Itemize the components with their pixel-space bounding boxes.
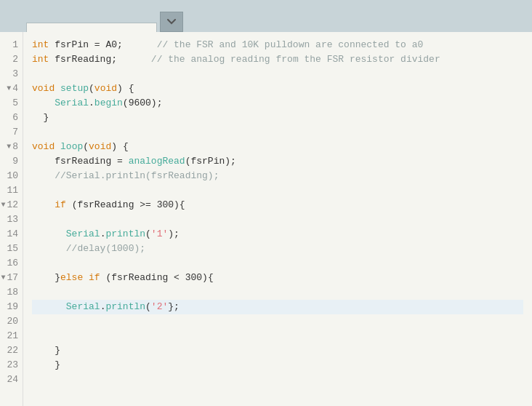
plain-token (55, 140, 60, 154)
code-line (32, 314, 523, 329)
code-line (32, 183, 523, 198)
plain-token: ( (89, 81, 94, 96)
method-token: Serial (66, 227, 100, 242)
fold-marker-icon[interactable]: ▼ (1, 271, 5, 285)
plain-token: (fsrReading >= 300){ (66, 198, 185, 212)
fold-marker-icon[interactable]: ▼ (1, 198, 5, 212)
plain-token: } (32, 358, 60, 373)
file-tab[interactable] (26, 23, 157, 32)
line-number: 5 (0, 96, 23, 111)
line-number: ▼17 (0, 271, 23, 285)
chevron-down-icon (167, 19, 176, 25)
str-token: '1' (151, 227, 168, 242)
plain-token: ) { (117, 81, 134, 96)
line-numbers: 123▼4567▼891011▼1213141516▼1718192021222… (0, 32, 23, 406)
app-container: 123▼4567▼891011▼1213141516▼1718192021222… (0, 0, 532, 406)
line-number: 1 (0, 38, 23, 52)
line-number: 21 (0, 329, 23, 343)
line-number: 15 (0, 242, 23, 256)
fn-token: println (105, 300, 145, 314)
plain-token (32, 227, 66, 242)
plain-token: (fsrPin); (185, 154, 236, 169)
line-number: 18 (0, 285, 23, 300)
code-line: } (32, 358, 523, 373)
code-line: }else if (fsrReading < 300){ (32, 271, 523, 285)
code-line (32, 67, 523, 81)
line-number: ▼4 (0, 81, 23, 96)
plain-token: } (32, 111, 49, 125)
plain-token: }; (168, 300, 180, 314)
fold-marker-icon[interactable]: ▼ (7, 140, 11, 154)
plain-token: (9600); (123, 96, 163, 111)
code-line: Serial.println('1'); (32, 227, 523, 242)
plain-token (55, 81, 60, 96)
tab-dropdown-button[interactable] (160, 12, 183, 32)
plain-token (83, 271, 89, 285)
fn-token: setup (60, 81, 89, 96)
line-number: 24 (0, 373, 23, 387)
cm-token: // the analog reading from the FSR resis… (151, 52, 440, 67)
line-number: 2 (0, 52, 23, 67)
plain-token: (fsrReading < 300){ (100, 271, 214, 285)
plain-token (32, 96, 55, 111)
code-line (32, 125, 523, 140)
plain-token (32, 198, 55, 212)
plain-token: ( (145, 227, 151, 242)
plain-token: fsrReading = (32, 154, 129, 169)
editor-area: 123▼4567▼891011▼1213141516▼1718192021222… (0, 32, 532, 406)
code-line: Serial.println('2'}; (32, 300, 523, 314)
fn-token: println (105, 227, 145, 242)
line-number: 9 (0, 154, 23, 169)
code-line: } (32, 111, 523, 125)
plain-token: ( (83, 140, 89, 154)
line-number: 19 (0, 300, 23, 314)
code-line (32, 212, 523, 227)
code-line: void loop(void) { (32, 140, 523, 154)
line-number: 11 (0, 183, 23, 198)
plain-token: fsrReading; (49, 52, 117, 67)
kw-token: if (55, 198, 66, 212)
line-number: 3 (0, 67, 23, 81)
code-line: void setup(void) { (32, 81, 523, 96)
code-line: int fsrPin = A0; // the FSR and 10K pull… (32, 38, 523, 52)
kw-token: int (32, 52, 49, 67)
plain-token: fsrPin = A0; (49, 38, 122, 52)
line-number: 23 (0, 358, 23, 373)
plain-token (32, 300, 66, 314)
code-line: } (32, 343, 523, 358)
code-line (32, 329, 523, 343)
fn-token: analogRead (129, 154, 185, 169)
kw-token: void (32, 81, 55, 96)
plain-token: ( (145, 300, 151, 314)
kw-token: void (89, 140, 111, 154)
code-line: Serial.begin(9600); (32, 96, 523, 111)
code-line: //delay(1000); (32, 242, 523, 256)
method-token: Serial (55, 96, 89, 111)
str-token: '2' (151, 300, 168, 314)
code-line: fsrReading = analogRead(fsrPin); (32, 154, 523, 169)
plain-token (32, 169, 55, 183)
code-line (32, 285, 523, 300)
line-number: 22 (0, 343, 23, 358)
kw-token: void (32, 140, 55, 154)
plain-token: . (100, 227, 106, 242)
kw-token: int (32, 38, 49, 52)
code-line: int fsrReading; // the analog reading fr… (32, 52, 523, 67)
method-token: Serial (66, 300, 100, 314)
tab-bar (0, 0, 532, 32)
plain-token (123, 38, 157, 52)
code-line (32, 373, 523, 387)
fold-marker-icon[interactable]: ▼ (7, 81, 11, 96)
kw-token: if (89, 271, 100, 285)
plain-token: } (32, 271, 60, 285)
line-number: 20 (0, 314, 23, 329)
plain-token (117, 52, 151, 67)
plain-token: ) { (111, 140, 128, 154)
line-number: ▼8 (0, 140, 23, 154)
line-number: 13 (0, 212, 23, 227)
line-number: ▼12 (0, 198, 23, 212)
line-number: 10 (0, 169, 23, 183)
code-area[interactable]: int fsrPin = A0; // the FSR and 10K pull… (23, 32, 532, 406)
plain-token (32, 242, 66, 256)
code-line (32, 256, 523, 271)
